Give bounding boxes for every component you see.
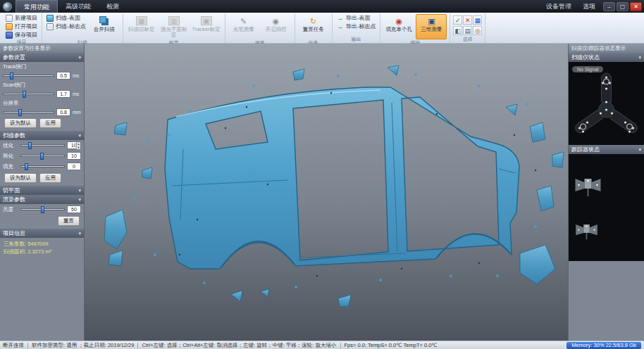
fill-slider[interactable] bbox=[20, 165, 65, 167]
application-window: 常用功能 高级功能 检测 设备管理 选项 – ▢ ✕ 新建项目 打开项目 bbox=[0, 0, 644, 349]
group-label-output: 输出 bbox=[335, 36, 378, 43]
fill-row: 填充 0 bbox=[0, 161, 84, 172]
apply-button[interactable]: 应用 bbox=[39, 118, 61, 128]
start-photo-button[interactable]: ◉ 开启拍照 bbox=[261, 14, 292, 39]
main-area: 参数设置与任务显示 参数设置 Track快门 0.5 ms Scan快门 1.7… bbox=[0, 44, 644, 341]
minimize-button[interactable]: – bbox=[603, 2, 615, 11]
laser-plane-calibration-button[interactable]: ▥ 激光平面标定 bbox=[159, 14, 190, 39]
lasso-select-icon[interactable]: ▤ bbox=[463, 26, 472, 35]
apply-button[interactable]: 应用 bbox=[39, 173, 61, 183]
button-label: 填充单个孔 bbox=[384, 27, 414, 38]
slider-handle[interactable] bbox=[10, 72, 13, 80]
brightness-slider[interactable] bbox=[20, 208, 65, 210]
tab-inspection[interactable]: 检测 bbox=[99, 0, 127, 13]
export-markers-button[interactable]: → 导出-标志点 bbox=[335, 23, 378, 30]
slider-handle[interactable] bbox=[41, 206, 44, 213]
button-label: 光笔测量 bbox=[229, 27, 259, 38]
track-shutter-slider[interactable] bbox=[3, 75, 54, 77]
status-panel-title: 扫描仪/跟踪器状态显示 bbox=[569, 44, 644, 53]
scan-markers-button[interactable]: ∴ 扫描-标志点 bbox=[45, 23, 87, 30]
scan-surface-icon bbox=[47, 15, 54, 22]
slider-label: 亮度 bbox=[3, 206, 18, 213]
resolution-slider[interactable] bbox=[3, 111, 54, 113]
section-header-render[interactable]: 渲染参数 bbox=[0, 195, 84, 204]
tab-common-functions[interactable]: 常用功能 bbox=[16, 0, 58, 13]
new-project-icon bbox=[6, 15, 13, 22]
simplify-value[interactable]: 10 bbox=[67, 152, 81, 160]
section-title: 项目信息 bbox=[3, 229, 25, 237]
ribbon-group-task: ↻ 重置任务 任务 bbox=[295, 13, 333, 43]
section-header-tracker-status[interactable]: 跟踪器状态 bbox=[569, 145, 644, 154]
three-d-measure-button[interactable]: ▣ 三维测量 bbox=[416, 14, 447, 39]
section-title: 扫描仪状态 bbox=[571, 53, 600, 61]
select-tools-grid: ✓ ✕ ▦ ◧ ▤ ◎ bbox=[453, 14, 482, 36]
unit-label: mm bbox=[73, 110, 81, 115]
set-default-button[interactable]: 设为默认 bbox=[4, 173, 37, 183]
fill-hole-icon: ◉ bbox=[393, 15, 404, 26]
device-management-menu[interactable]: 设备管理 bbox=[540, 2, 577, 11]
reset-button[interactable]: 重置 bbox=[58, 216, 80, 226]
button-label: 三维测量 bbox=[416, 27, 446, 38]
set-default-button[interactable]: 设为默认 bbox=[4, 118, 37, 128]
parameter-panel: 参数设置与任务显示 参数设置 Track快门 0.5 ms Scan快门 1.7… bbox=[0, 44, 85, 341]
merge-scan-button[interactable]: 合并扫描 bbox=[89, 14, 120, 39]
button-label: Tracker标定 bbox=[192, 27, 221, 38]
pen-icon: ✎ bbox=[238, 15, 249, 26]
slider-label: Scan快门 bbox=[3, 82, 81, 89]
divider bbox=[340, 343, 341, 348]
spinner-arrows-icon[interactable]: ▲▼ bbox=[76, 142, 80, 149]
slider-handle[interactable] bbox=[23, 91, 26, 98]
connection-status: 断开连接 bbox=[3, 342, 24, 349]
slider-handle[interactable] bbox=[18, 109, 22, 116]
simplify-slider[interactable] bbox=[20, 155, 65, 157]
three-d-measure-icon: ▣ bbox=[426, 15, 437, 26]
tracker-device-graphic bbox=[569, 154, 644, 261]
new-project-button[interactable]: 新建项目 bbox=[4, 14, 39, 22]
scan-shutter-value[interactable]: 1.7 bbox=[56, 90, 70, 98]
grid-select-icon[interactable]: ▦ bbox=[473, 15, 482, 25]
check-icon[interactable]: ✓ bbox=[453, 15, 462, 25]
section-header-parameters[interactable]: 参数设置 bbox=[0, 53, 84, 62]
ribbon-group-project: 新建项目 打开项目 保存项目 项目 bbox=[1, 13, 42, 43]
invert-select-icon[interactable]: ◧ bbox=[453, 26, 462, 35]
button-label: 合并扫描 bbox=[89, 27, 119, 38]
open-project-button[interactable]: 打开项目 bbox=[4, 23, 39, 30]
section-header-scanner-status[interactable]: 扫描仪状态 bbox=[569, 53, 644, 62]
tracker-calibration-button[interactable]: ▣ Tracker标定 bbox=[191, 14, 222, 39]
viewport-3d[interactable] bbox=[85, 44, 568, 341]
section-header-scan-params[interactable]: 扫描参数 bbox=[0, 131, 84, 140]
options-menu[interactable]: 选项 bbox=[577, 2, 601, 11]
cancel-icon[interactable]: ✕ bbox=[463, 15, 472, 25]
slider-handle[interactable] bbox=[28, 142, 32, 149]
slider-handle[interactable] bbox=[40, 153, 44, 160]
section-header-clip-plane[interactable]: 切平面 bbox=[0, 186, 84, 195]
delete-icon[interactable]: ◎ bbox=[473, 26, 482, 35]
project-info: 三角形数: 5487099 扫描面积: 2.3273 m² bbox=[0, 238, 84, 258]
slider-handle[interactable] bbox=[25, 163, 28, 170]
section-header-project-info[interactable]: 项目信息 bbox=[0, 229, 84, 238]
fill-value[interactable]: 0 bbox=[67, 163, 81, 170]
render-buttons-row: 重置 bbox=[0, 215, 84, 229]
brightness-value[interactable]: 50 bbox=[67, 205, 81, 213]
scan-shutter-slider[interactable] bbox=[3, 93, 54, 95]
scan-surface-button[interactable]: 扫描-表面 bbox=[45, 14, 87, 22]
app-logo-icon bbox=[3, 2, 12, 11]
ribbon-group-select: ✓ ✕ ▦ ◧ ▤ ◎ 选择 bbox=[450, 13, 485, 43]
fill-single-hole-button[interactable]: ◉ 填充单个孔 bbox=[383, 14, 414, 39]
reset-task-button[interactable]: ↻ 重置任务 bbox=[298, 14, 329, 39]
resolution-value[interactable]: 0.8 bbox=[56, 108, 70, 116]
maximize-button[interactable]: ▢ bbox=[617, 2, 628, 11]
export-surface-button[interactable]: → 导出-表面 bbox=[335, 14, 372, 22]
close-button[interactable]: ✕ bbox=[630, 2, 642, 11]
scan-shutter-row: Scan快门 1.7 ms bbox=[0, 80, 84, 99]
merge-scan-icon bbox=[99, 16, 106, 23]
save-project-button[interactable]: 保存项目 bbox=[4, 31, 39, 39]
optimize-slider[interactable] bbox=[20, 144, 65, 146]
track-shutter-value[interactable]: 0.5 bbox=[56, 72, 70, 80]
light-pen-measure-button[interactable]: ✎ 光笔测量 bbox=[228, 14, 259, 39]
scanner-calibration-button[interactable]: ▦ 扫描仪标定 bbox=[126, 14, 157, 39]
window-controls: – ▢ ✕ bbox=[603, 2, 642, 11]
brightness-row: 亮度 50 bbox=[0, 204, 84, 215]
optimize-value[interactable]: 10▲▼ bbox=[67, 141, 81, 149]
tab-advanced-functions[interactable]: 高级功能 bbox=[58, 0, 99, 13]
